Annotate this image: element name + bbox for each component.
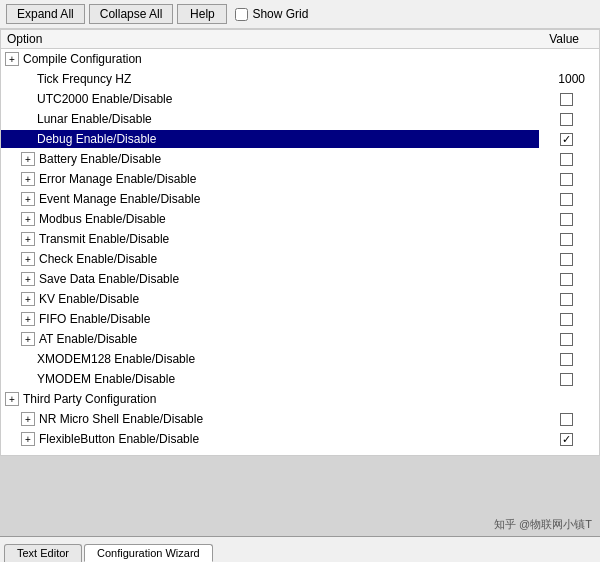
expand-icon-compile-config[interactable]: + bbox=[5, 52, 19, 66]
tab-text-editor[interactable]: Text Editor bbox=[4, 544, 82, 562]
checkbox-save-data[interactable] bbox=[560, 273, 573, 286]
row-at[interactable]: +AT Enable/Disable bbox=[1, 330, 539, 348]
row-xmodem128[interactable]: XMODEM128 Enable/Disable bbox=[1, 350, 539, 368]
row-event-manage[interactable]: +Event Manage Enable/Disable bbox=[1, 190, 539, 208]
checkbox-fifo[interactable] bbox=[560, 313, 573, 326]
collapse-all-button[interactable]: Collapse All bbox=[89, 4, 174, 24]
checkbox-utc2000[interactable] bbox=[560, 93, 573, 106]
expand-icon-transmit[interactable]: + bbox=[21, 232, 35, 246]
main-content: Option Value +Compile ConfigurationTick … bbox=[0, 29, 600, 456]
row-label-error-manage: Error Manage Enable/Disable bbox=[39, 172, 535, 186]
row-label-tick-freq: Tick Frequncy HZ bbox=[37, 72, 535, 86]
expand-icon-save-data[interactable]: + bbox=[21, 272, 35, 286]
expand-icon-battery[interactable]: + bbox=[21, 152, 35, 166]
checkbox-at[interactable] bbox=[560, 333, 573, 346]
checkbox-debug[interactable] bbox=[560, 133, 573, 146]
row-compile-config[interactable]: +Compile Configuration bbox=[1, 50, 539, 68]
checkbox-event-manage[interactable] bbox=[560, 193, 573, 206]
row-transmit[interactable]: +Transmit Enable/Disable bbox=[1, 230, 539, 248]
checkbox-ymodem[interactable] bbox=[560, 373, 573, 386]
help-button[interactable]: Help bbox=[177, 4, 227, 24]
watermark-text: 知乎 @物联网小镇T bbox=[494, 517, 592, 532]
toolbar: Expand All Collapse All Help Show Grid bbox=[0, 0, 600, 29]
row-debug[interactable]: Debug Enable/Disable bbox=[1, 130, 539, 148]
show-grid-container: Show Grid bbox=[235, 7, 308, 21]
checkbox-battery[interactable] bbox=[560, 153, 573, 166]
show-grid-label: Show Grid bbox=[252, 7, 308, 21]
row-label-transmit: Transmit Enable/Disable bbox=[39, 232, 535, 246]
checkbox-transmit[interactable] bbox=[560, 233, 573, 246]
expand-icon-modbus[interactable]: + bbox=[21, 212, 35, 226]
row-tick-freq[interactable]: Tick Frequncy HZ bbox=[1, 70, 539, 88]
row-third-party[interactable]: +Third Party Configuration bbox=[1, 390, 539, 408]
row-label-ymodem: YMODEM Enable/Disable bbox=[37, 372, 535, 386]
row-label-battery: Battery Enable/Disable bbox=[39, 152, 535, 166]
expand-icon-flexible-button[interactable]: + bbox=[21, 432, 35, 446]
config-table: Option Value +Compile ConfigurationTick … bbox=[1, 30, 599, 449]
row-label-at: AT Enable/Disable bbox=[39, 332, 535, 346]
expand-icon-third-party[interactable]: + bbox=[5, 392, 19, 406]
row-modbus[interactable]: +Modbus Enable/Disable bbox=[1, 210, 539, 228]
tab-config-wizard[interactable]: Configuration Wizard bbox=[84, 544, 213, 562]
row-label-save-data: Save Data Enable/Disable bbox=[39, 272, 535, 286]
row-ymodem[interactable]: YMODEM Enable/Disable bbox=[1, 370, 539, 388]
row-kv[interactable]: +KV Enable/Disable bbox=[1, 290, 539, 308]
tabs-bar: Text EditorConfiguration Wizard bbox=[0, 536, 600, 562]
value-tick-freq: 1000 bbox=[558, 72, 585, 86]
row-label-xmodem128: XMODEM128 Enable/Disable bbox=[37, 352, 535, 366]
row-label-check: Check Enable/Disable bbox=[39, 252, 535, 266]
row-label-third-party: Third Party Configuration bbox=[23, 392, 535, 406]
row-nr-micro-shell[interactable]: +NR Micro Shell Enable/Disable bbox=[1, 410, 539, 428]
checkbox-flexible-button[interactable] bbox=[560, 433, 573, 446]
row-label-flexible-button: FlexibleButton Enable/Disable bbox=[39, 432, 535, 446]
expand-icon-error-manage[interactable]: + bbox=[21, 172, 35, 186]
row-label-fifo: FIFO Enable/Disable bbox=[39, 312, 535, 326]
checkbox-kv[interactable] bbox=[560, 293, 573, 306]
col-option: Option bbox=[1, 30, 539, 49]
row-label-modbus: Modbus Enable/Disable bbox=[39, 212, 535, 226]
expand-icon-kv[interactable]: + bbox=[21, 292, 35, 306]
row-label-debug: Debug Enable/Disable bbox=[37, 132, 535, 146]
expand-icon-nr-micro-shell[interactable]: + bbox=[21, 412, 35, 426]
checkbox-lunar[interactable] bbox=[560, 113, 573, 126]
row-label-kv: KV Enable/Disable bbox=[39, 292, 535, 306]
expand-icon-at[interactable]: + bbox=[21, 332, 35, 346]
row-check[interactable]: +Check Enable/Disable bbox=[1, 250, 539, 268]
expand-icon-event-manage[interactable]: + bbox=[21, 192, 35, 206]
row-error-manage[interactable]: +Error Manage Enable/Disable bbox=[1, 170, 539, 188]
row-battery[interactable]: +Battery Enable/Disable bbox=[1, 150, 539, 168]
checkbox-modbus[interactable] bbox=[560, 213, 573, 226]
row-utc2000[interactable]: UTC2000 Enable/Disable bbox=[1, 90, 539, 108]
checkbox-nr-micro-shell[interactable] bbox=[560, 413, 573, 426]
watermark-area: 知乎 @物联网小镇T bbox=[0, 456, 600, 536]
row-label-event-manage: Event Manage Enable/Disable bbox=[39, 192, 535, 206]
row-fifo[interactable]: +FIFO Enable/Disable bbox=[1, 310, 539, 328]
row-label-nr-micro-shell: NR Micro Shell Enable/Disable bbox=[39, 412, 535, 426]
row-label-lunar: Lunar Enable/Disable bbox=[37, 112, 535, 126]
row-save-data[interactable]: +Save Data Enable/Disable bbox=[1, 270, 539, 288]
checkbox-check[interactable] bbox=[560, 253, 573, 266]
expand-icon-fifo[interactable]: + bbox=[21, 312, 35, 326]
col-value: Value bbox=[539, 30, 599, 49]
row-lunar[interactable]: Lunar Enable/Disable bbox=[1, 110, 539, 128]
checkbox-error-manage[interactable] bbox=[560, 173, 573, 186]
checkbox-xmodem128[interactable] bbox=[560, 353, 573, 366]
row-label-compile-config: Compile Configuration bbox=[23, 52, 535, 66]
show-grid-checkbox[interactable] bbox=[235, 8, 248, 21]
expand-all-button[interactable]: Expand All bbox=[6, 4, 85, 24]
row-label-utc2000: UTC2000 Enable/Disable bbox=[37, 92, 535, 106]
row-flexible-button[interactable]: +FlexibleButton Enable/Disable bbox=[1, 430, 539, 448]
expand-icon-check[interactable]: + bbox=[21, 252, 35, 266]
